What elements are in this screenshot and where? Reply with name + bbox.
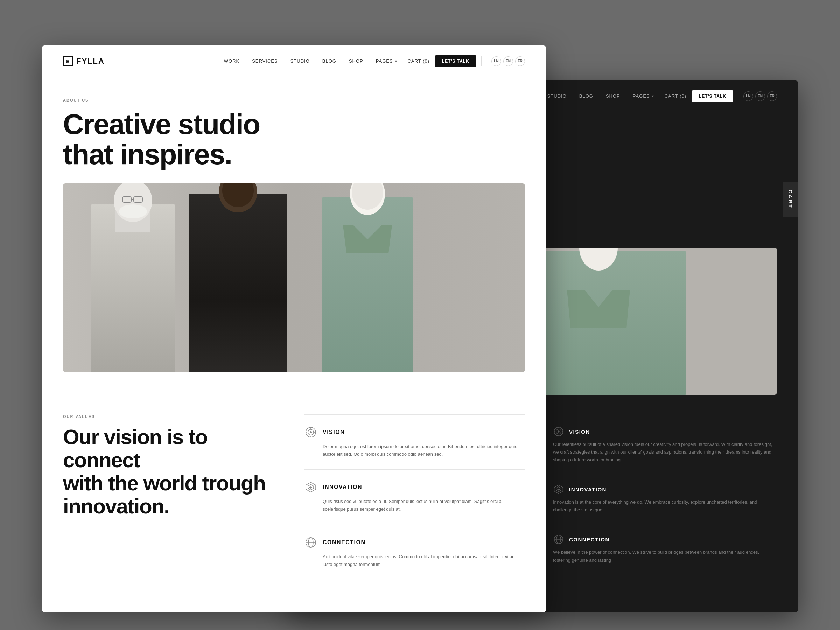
hero-title: Creative studio that inspires. xyxy=(63,109,525,169)
values-left: OUR VALUES Our vision is to connect with… xyxy=(63,414,284,518)
dark-lang-fr[interactable]: FR xyxy=(767,92,777,101)
dark-nav-pages[interactable]: PAGES ▾ xyxy=(633,93,654,99)
dark-innovation-header: INNOVATION xyxy=(553,484,777,495)
dark-lang-en[interactable]: EN xyxy=(755,92,765,101)
dark-values-list: VISION Our relentless pursuit of a share… xyxy=(553,416,777,574)
dark-vision-header: VISION xyxy=(553,426,777,437)
nav-pages[interactable]: PAGES ▾ xyxy=(376,58,397,64)
hero-title-line1: Creative studio xyxy=(63,108,260,140)
logo[interactable]: ▣ FYLLA xyxy=(63,56,105,66)
dark-connection-header: CONNECTION xyxy=(553,534,777,545)
dark-value-innovation: INNOVATION Innovation is at the core of … xyxy=(553,474,777,524)
svg-marker-51 xyxy=(557,489,560,491)
svg-rect-9 xyxy=(189,194,287,373)
value-vision-header: VISION xyxy=(305,426,525,439)
nav-blog[interactable]: BLOG xyxy=(322,58,336,64)
values-title-line1: Our vision is to connect xyxy=(63,425,208,472)
connection-title: CONNECTION xyxy=(323,539,366,546)
dark-nav-shop[interactable]: SHOP xyxy=(606,93,620,99)
connection-text: Ac tincidunt vitae semper quis lectus. C… xyxy=(305,553,525,568)
lang-switcher: LN EN FR xyxy=(491,56,525,66)
nav-studio[interactable]: STUDIO xyxy=(291,58,310,64)
cart-vertical-container: CART xyxy=(783,182,798,217)
svg-point-44 xyxy=(557,431,559,432)
dark-nav-blog[interactable]: BLOG xyxy=(579,93,593,99)
hero-title-line2: that inspires. xyxy=(63,138,232,170)
logo-text: FYLLA xyxy=(76,57,105,66)
svg-rect-12 xyxy=(322,197,413,373)
svg-point-19 xyxy=(310,431,312,433)
nav-light: ▣ FYLLA WORK SERVICES STUDIO BLOG SHOP P… xyxy=(42,46,546,77)
dark-vision-title: VISION xyxy=(569,429,590,435)
about-label: ABOUT US xyxy=(63,98,525,102)
innovation-title: INNOVATION xyxy=(323,484,362,490)
lets-talk-button[interactable]: LET'S TALK xyxy=(435,55,476,67)
services-section: OUR SERVICES OUR TEAM xyxy=(42,601,546,613)
dark-cart-button[interactable]: CART (0) xyxy=(665,93,686,99)
dark-nav-actions: CART (0) LET'S TALK LN EN FR xyxy=(665,90,777,102)
values-section: OUR VALUES Our vision is to connect with… xyxy=(42,414,546,601)
nav-links: WORK SERVICES STUDIO BLOG SHOP PAGES ▾ xyxy=(224,58,397,64)
lang-en[interactable]: EN xyxy=(503,56,513,66)
hero-image xyxy=(63,183,525,373)
chevron-down-icon: ▾ xyxy=(395,59,397,63)
nav-services[interactable]: SERVICES xyxy=(252,58,278,64)
dark-value-connection: CONNECTION We believe in the power of co… xyxy=(553,524,777,574)
dark-nav-studio[interactable]: STUDIO xyxy=(547,93,567,99)
innovation-icon xyxy=(305,481,317,494)
logo-box-icon: ▣ xyxy=(63,56,73,66)
value-connection-header: CONNECTION xyxy=(305,536,525,549)
vision-title: VISION xyxy=(323,429,345,436)
svg-point-5 xyxy=(119,204,147,218)
lang-ln[interactable]: LN xyxy=(491,56,501,66)
value-connection: CONNECTION Ac tincidunt vitae semper qui… xyxy=(305,525,525,580)
values-title-line2: with the world trough xyxy=(63,471,265,495)
dark-lets-talk-button[interactable]: LET'S TALK xyxy=(692,90,733,102)
dark-value-vision: VISION Our relentless pursuit of a share… xyxy=(553,416,777,474)
value-innovation-header: INNOVATION xyxy=(305,481,525,494)
cart-vertical-label[interactable]: CART xyxy=(783,182,798,217)
nav-shop[interactable]: SHOP xyxy=(349,58,363,64)
svg-marker-26 xyxy=(309,486,312,489)
values-label: OUR VALUES xyxy=(63,414,284,418)
dark-vision-text: Our relentless pursuit of a shared visio… xyxy=(553,441,777,464)
dark-nav-divider xyxy=(738,91,739,101)
dark-lang-ln[interactable]: LN xyxy=(744,92,753,101)
dark-connection-text: We believe in the power of connection. W… xyxy=(553,548,777,564)
dark-chevron-icon: ▾ xyxy=(652,94,654,98)
dark-innovation-title: INNOVATION xyxy=(569,486,606,493)
dark-lang-switcher: LN EN FR xyxy=(744,92,777,101)
values-title: Our vision is to connect with the world … xyxy=(63,426,284,518)
light-browser-window: ▣ FYLLA WORK SERVICES STUDIO BLOG SHOP P… xyxy=(42,46,546,613)
innovation-text: Quis risus sed vulputate odio ut. Semper… xyxy=(305,498,525,513)
value-innovation: INNOVATION Quis risus sed vulputate odio… xyxy=(305,470,525,525)
hero-section: ABOUT US Creative studio that inspires. xyxy=(42,77,546,414)
nav-actions: CART (0) LET'S TALK LN EN FR xyxy=(408,55,525,67)
connection-icon xyxy=(305,536,317,549)
dark-innovation-text: Innovation is at the core of everything … xyxy=(553,498,777,514)
nav-divider xyxy=(481,56,482,66)
dark-vision-icon xyxy=(553,426,564,437)
values-title-line3: innovation. xyxy=(63,494,169,518)
dark-connection-icon xyxy=(553,534,564,545)
vision-text: Dolor magna eget est lorem ipsum dolor s… xyxy=(305,443,525,458)
cart-button[interactable]: CART (0) xyxy=(408,58,429,64)
lang-fr[interactable]: FR xyxy=(515,56,525,66)
vision-icon xyxy=(305,426,317,439)
values-list: VISION Dolor magna eget est lorem ipsum … xyxy=(305,414,525,580)
nav-work[interactable]: WORK xyxy=(224,58,239,64)
dark-connection-title: CONNECTION xyxy=(569,537,610,543)
value-vision: VISION Dolor magna eget est lorem ipsum … xyxy=(305,414,525,470)
dark-innovation-icon xyxy=(553,484,564,495)
